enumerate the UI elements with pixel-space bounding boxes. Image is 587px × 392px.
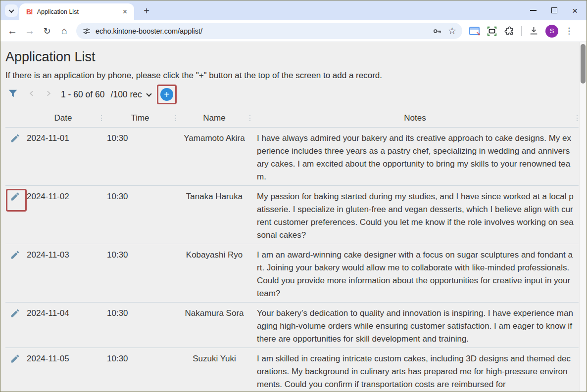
edit-record-button[interactable]	[10, 250, 20, 264]
fullscreen-capture-icon[interactable]	[487, 26, 497, 37]
table-row: 2024-11-03 10:30 Kobayashi Ryo I am an a…	[5, 244, 579, 303]
cell-date: 2024-11-01	[23, 132, 103, 183]
download-icon[interactable]	[529, 26, 539, 36]
window-controls: ×	[530, 0, 587, 20]
tab-close-icon[interactable]: ×	[121, 7, 129, 16]
filter-icon[interactable]	[7, 88, 18, 101]
table-row: 2024-11-04 10:30 Nakamura Sora Your bake…	[5, 303, 579, 348]
table-row: 2024-11-01 10:30 Yamamoto Akira I have a…	[5, 128, 579, 186]
edit-record-button[interactable]	[10, 308, 20, 322]
dropdown-caret-icon	[146, 91, 151, 96]
page-content: Application List If there is an applicat…	[0, 49, 587, 392]
cell-time: 10:30	[103, 190, 177, 242]
page-subtitle: If there is an application by phone, ple…	[5, 71, 587, 81]
add-record-button[interactable]: +	[160, 88, 173, 101]
next-page-button[interactable]	[45, 90, 52, 99]
cell-date: 2024-11-05	[23, 352, 103, 391]
cell-notes: I am an award-winning cake designer with…	[251, 249, 579, 300]
cell-name: Nakamura Sora	[177, 307, 251, 346]
site-favicon-icon: B!	[26, 8, 33, 16]
chevron-down-icon	[8, 7, 14, 12]
cell-notes: I am skilled in creating intricate custo…	[251, 352, 579, 391]
tab-search-button[interactable]	[5, 4, 18, 17]
edit-column-header	[5, 109, 23, 127]
browser-tab[interactable]: B! Application List ×	[19, 3, 134, 20]
profile-avatar[interactable]: S	[545, 25, 558, 38]
per-page-label: /100 rec	[111, 89, 142, 100]
toolbar-divider	[521, 26, 522, 36]
tab-strip: B! Application List × + ×	[0, 0, 587, 20]
scrollbar-thumb[interactable]	[581, 44, 586, 84]
column-resize-grip[interactable]	[577, 115, 578, 121]
cell-date: 2024-11-03	[23, 249, 103, 300]
column-header-time[interactable]: Time	[103, 109, 177, 127]
cell-name: Tanaka Haruka	[177, 190, 251, 242]
records-table: Date Time Name Notes	[5, 109, 579, 392]
menu-kebab-icon[interactable]: ⋮	[565, 26, 573, 36]
cell-notes: I have always admired your bakery and it…	[251, 132, 579, 183]
table-row: 2024-11-05 10:30 Suzuki Yuki I am skille…	[5, 348, 579, 392]
extensions-puzzle-icon[interactable]	[504, 26, 515, 36]
cell-date: 2024-11-02	[23, 190, 103, 242]
cell-date: 2024-11-04	[23, 307, 103, 346]
add-button-highlight-box: +	[157, 85, 177, 104]
cell-name: Yamamoto Akira	[177, 132, 251, 183]
column-header-name[interactable]: Name	[177, 109, 251, 127]
column-resize-grip[interactable]	[101, 115, 102, 121]
bookmark-star-icon[interactable]: ☆	[448, 25, 456, 37]
screenshot-extension-icon[interactable]: ↘	[469, 27, 480, 35]
cell-name: Kobayashi Ryo	[177, 249, 251, 300]
new-tab-button[interactable]: +	[140, 4, 153, 17]
cell-name: Suzuki Yuki	[177, 352, 251, 391]
reload-button[interactable]: ↻	[42, 26, 52, 37]
table-row: 2024-11-02 10:30 Tanaka Haruka My passio…	[5, 186, 579, 244]
column-header-date[interactable]: Date	[23, 109, 103, 127]
cell-notes: My passion for baking started during my …	[251, 190, 579, 242]
cell-time: 10:30	[103, 249, 177, 300]
per-page-select[interactable]: /100 rec	[111, 89, 151, 100]
minimize-button[interactable]	[530, 10, 537, 11]
forward-button[interactable]: →	[24, 25, 35, 37]
edit-pencil-icon	[10, 191, 20, 202]
password-key-icon[interactable]	[432, 26, 442, 36]
close-window-button[interactable]: ×	[572, 6, 578, 15]
cell-time: 10:30	[103, 307, 177, 346]
column-resize-grip[interactable]	[249, 115, 250, 121]
edit-record-button[interactable]	[10, 191, 20, 206]
back-button[interactable]: ←	[7, 25, 18, 37]
site-settings-icon[interactable]	[82, 27, 91, 36]
page-title: Application List	[5, 49, 587, 65]
prev-page-button[interactable]	[28, 90, 35, 99]
tab-title: Application List	[37, 8, 121, 15]
table-body: 2024-11-01 10:30 Yamamoto Akira I have a…	[5, 128, 579, 392]
home-button[interactable]: ⌂	[59, 25, 70, 37]
cell-notes: Your bakery’s dedication to quality and …	[251, 307, 579, 346]
cell-time: 10:30	[103, 132, 177, 183]
browser-window: B! Application List × + × ← → ↻ ⌂ e	[0, 0, 587, 392]
edit-record-button[interactable]	[10, 353, 20, 368]
cell-time: 10:30	[103, 352, 177, 391]
address-bar[interactable]: echo.kintone-booster.com/applist/ ☆	[76, 23, 462, 39]
browser-toolbar: ← → ↻ ⌂ echo.kintone-booster.com/applist…	[0, 20, 587, 42]
column-resize-grip[interactable]	[175, 115, 176, 121]
table-header: Date Time Name Notes	[5, 109, 579, 128]
record-range: 1 - 60 of 60	[61, 89, 105, 100]
record-list-toolbar: 1 - 60 of 60 /100 rec +	[7, 86, 587, 103]
edit-pencil-icon	[10, 308, 20, 318]
vertical-scrollbar[interactable]	[579, 42, 587, 392]
maximize-button[interactable]	[551, 7, 557, 13]
url-text[interactable]: echo.kintone-booster.com/applist/	[96, 27, 426, 35]
column-header-notes[interactable]: Notes	[251, 109, 579, 127]
edit-pencil-icon	[10, 353, 20, 364]
edit-pencil-icon	[10, 133, 20, 143]
edit-record-button[interactable]	[10, 133, 20, 147]
edit-pencil-icon	[10, 250, 20, 260]
